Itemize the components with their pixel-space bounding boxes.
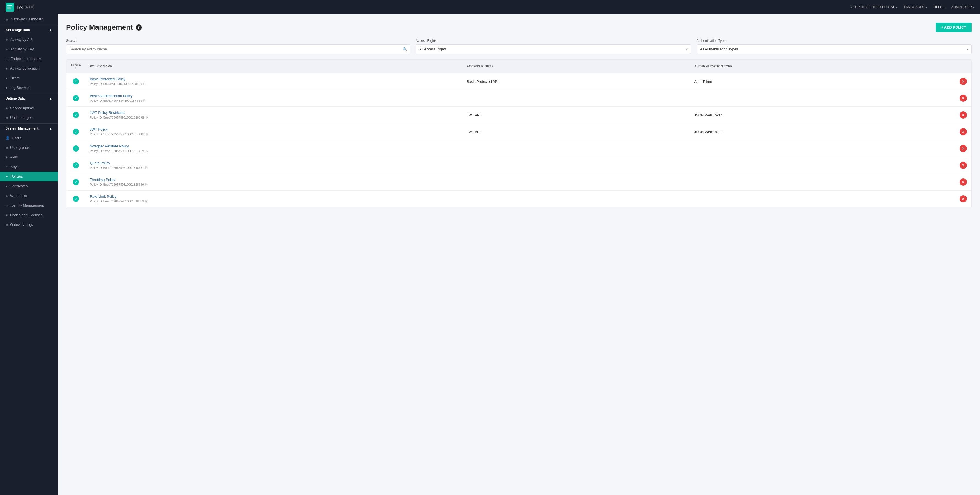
- auth-type-cell: [690, 174, 955, 190]
- sidebar-item-log-browser[interactable]: ● Log Browser: [0, 83, 58, 92]
- table-row: ✓ Swagger Petstore Policy Policy ID: 5ea…: [66, 140, 972, 157]
- languages-nav[interactable]: LANGUAGES ▾: [904, 5, 927, 9]
- state-cell: ✓: [66, 124, 85, 140]
- policy-name-link[interactable]: Rate Limit Policy: [90, 194, 116, 198]
- sidebar-item-endpoint-popularity[interactable]: ⊞ Endpoint popularity: [0, 54, 58, 63]
- action-cell: ✕: [955, 107, 972, 124]
- copy-icon[interactable]: ⎘: [143, 82, 145, 86]
- table-row: ✓ JWT Policy Restricted Policy ID: 5ead7…: [66, 107, 972, 124]
- policy-name-link[interactable]: Quota Policy: [90, 161, 110, 165]
- sidebar-item-errors[interactable]: ● Errors: [0, 73, 58, 83]
- auth-type-cell: [690, 190, 955, 207]
- chevron-down-icon: ▾: [896, 6, 897, 9]
- sidebar-item-apis[interactable]: ◈ APIs: [0, 152, 58, 162]
- copy-icon[interactable]: ⎘: [143, 99, 145, 103]
- keys-icon: ✦: [5, 165, 8, 169]
- delete-policy-button[interactable]: ✕: [959, 95, 967, 102]
- copy-icon[interactable]: ⎘: [146, 116, 148, 119]
- state-cell: ✓: [66, 190, 85, 207]
- sidebar-section-system[interactable]: System Management ▲: [0, 124, 58, 133]
- policy-name-link[interactable]: Basic Protected Policy: [90, 77, 125, 81]
- activity-api-icon: ◈: [5, 38, 8, 41]
- auth-type-cell: [690, 157, 955, 174]
- delete-policy-button[interactable]: ✕: [959, 145, 967, 152]
- delete-policy-button[interactable]: ✕: [959, 178, 967, 186]
- state-cell: ✓: [66, 90, 85, 107]
- copy-icon[interactable]: ⎘: [146, 149, 148, 153]
- access-rights-select[interactable]: All Access Rights: [415, 44, 691, 54]
- sidebar-item-certificates[interactable]: ● Certificates: [0, 181, 58, 191]
- help-icon[interactable]: ?: [136, 24, 142, 30]
- identity-icon: ↗: [5, 203, 8, 207]
- copy-icon[interactable]: ⎘: [145, 166, 147, 170]
- status-active-icon: ✓: [73, 129, 79, 135]
- policy-id: Policy ID: 5f83cfd378ab040001d3d824 ⎘: [90, 82, 458, 86]
- col-access-rights: ACCESS RIGHTS: [462, 60, 690, 73]
- col-policy-name[interactable]: POLICY NAME ↕: [85, 60, 462, 73]
- sidebar-item-users[interactable]: 👤 Users: [0, 133, 58, 143]
- status-active-icon: ✓: [73, 146, 79, 152]
- access-rights-cell: Basic Protected API: [462, 73, 690, 90]
- sidebar-item-gateway-logs[interactable]: ◈ Gateway Logs: [0, 220, 58, 229]
- policy-name-link[interactable]: Basic Authentication Policy: [90, 94, 132, 98]
- auth-type-filter-group: Authentication Type All Authentication T…: [697, 39, 972, 54]
- auth-type-select[interactable]: All Authentication Types: [697, 44, 972, 54]
- sidebar-item-gateway-dashboard[interactable]: ⊟ Gateway Dashboard: [0, 14, 58, 24]
- brand[interactable]: Tyk (4.1.0): [5, 3, 34, 11]
- sidebar-item-webhooks[interactable]: ◈ Webhooks: [0, 191, 58, 200]
- delete-policy-button[interactable]: ✕: [959, 162, 967, 169]
- page-title-row: Policy Management ?: [66, 23, 142, 32]
- policy-name-link[interactable]: Swagger Petstore Policy: [90, 144, 129, 148]
- policy-name-cell: Basic Protected Policy Policy ID: 5f83cf…: [85, 73, 462, 90]
- search-label: Search: [66, 39, 410, 43]
- copy-icon[interactable]: ⎘: [145, 182, 147, 186]
- filters-row: Search 🔍 Access Rights All Access Rights…: [66, 39, 972, 54]
- delete-policy-button[interactable]: ✕: [959, 128, 967, 135]
- table-row: ✓ Basic Authentication Policy Policy ID:…: [66, 90, 972, 107]
- sidebar-item-uptime-targets[interactable]: ◈ Uptime targets: [0, 113, 58, 122]
- sidebar-item-activity-key[interactable]: ✦ Activity by Key: [0, 44, 58, 54]
- copy-icon[interactable]: ⎘: [145, 199, 147, 203]
- sidebar-item-nodes-licenses[interactable]: ◈ Nodes and Licenses: [0, 210, 58, 220]
- sidebar-item-identity-management[interactable]: ↗ Identity Management: [0, 200, 58, 210]
- search-button[interactable]: 🔍: [402, 47, 407, 51]
- chevron-down-icon: ▾: [943, 6, 945, 9]
- errors-icon: ●: [5, 76, 8, 80]
- dev-portal-nav[interactable]: YOUR DEVELOPER PORTAL ▾: [850, 5, 897, 9]
- action-cell: ✕: [955, 124, 972, 140]
- col-state[interactable]: STATE ↕: [66, 60, 85, 73]
- delete-policy-button[interactable]: ✕: [959, 195, 967, 202]
- admin-user-nav[interactable]: ADMIN USER ▾: [951, 5, 975, 9]
- sidebar-item-activity-api[interactable]: ◈ Activity by API: [0, 35, 58, 44]
- policy-name-link[interactable]: Throttling Policy: [90, 178, 115, 182]
- help-nav[interactable]: HELP ▾: [934, 5, 945, 9]
- sidebar-item-policies[interactable]: ✦ Policies: [0, 171, 58, 181]
- search-input[interactable]: [66, 44, 410, 54]
- add-policy-button[interactable]: + ADD POLICY: [936, 22, 972, 32]
- sidebar-section-api-usage[interactable]: API Usage Data ▲: [0, 25, 58, 35]
- policy-id: Policy ID: 5ead712057596100018 1867e ⎘: [90, 149, 458, 153]
- policy-name-cell: JWT Policy Restricted Policy ID: 5ead735…: [85, 107, 462, 124]
- sidebar-item-activity-location[interactable]: ◈ Activity by location: [0, 63, 58, 73]
- delete-policy-button[interactable]: ✕: [959, 78, 967, 85]
- nodes-icon: ◈: [5, 213, 8, 217]
- sidebar-item-keys[interactable]: ✦ Keys: [0, 162, 58, 171]
- activity-key-icon: ✦: [5, 47, 8, 51]
- status-active-icon: ✓: [73, 196, 79, 202]
- sidebar-item-user-groups[interactable]: ◈ User groups: [0, 143, 58, 152]
- policy-name-link[interactable]: JWT Policy Restricted: [90, 111, 125, 115]
- access-rights-cell: [462, 157, 690, 174]
- sidebar-item-service-uptime[interactable]: ◈ Service uptime: [0, 103, 58, 113]
- table-row: ✓ Quota Policy Policy ID: 5ead7120575961…: [66, 157, 972, 174]
- access-rights-cell: JWT API: [462, 107, 690, 124]
- policy-name-cell: Quota Policy Policy ID: 5ead712057596100…: [85, 157, 462, 174]
- delete-policy-button[interactable]: ✕: [959, 111, 967, 119]
- sidebar-section-uptime[interactable]: Uptime Data ▲: [0, 94, 58, 103]
- policy-name-link[interactable]: JWT Policy: [90, 127, 108, 132]
- status-active-icon: ✓: [73, 95, 79, 101]
- policy-id: Policy ID: 5ead71205759610001818680 ⎘: [90, 182, 458, 186]
- policy-name-cell: Throttling Policy Policy ID: 5ead7120575…: [85, 174, 462, 190]
- copy-icon[interactable]: ⎘: [146, 132, 148, 136]
- certificates-icon: ●: [5, 184, 8, 188]
- table-row: ✓ JWT Policy Policy ID: 5ead729557596100…: [66, 124, 972, 140]
